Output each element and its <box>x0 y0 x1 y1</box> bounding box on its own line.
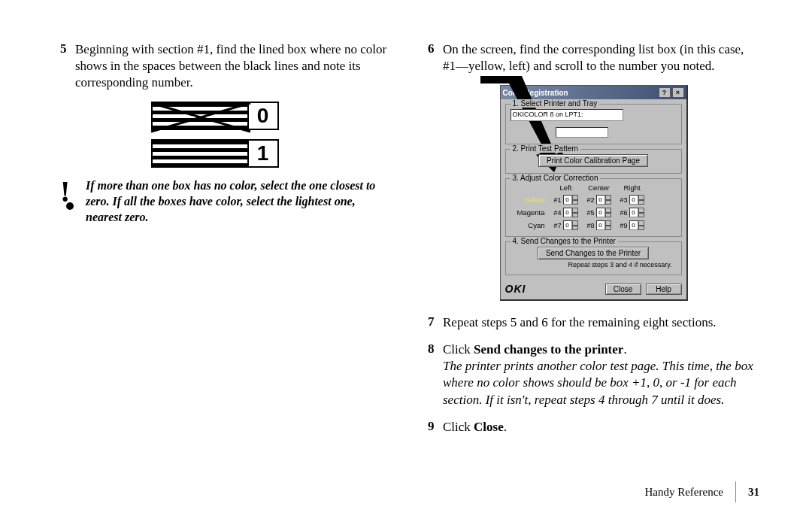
step-text: Click Send changes to the printer. The p… <box>443 341 759 408</box>
spinner-2[interactable]: 0 <box>596 195 611 205</box>
step-text: On the screen, find the corresponding li… <box>443 41 759 74</box>
step-5: 5 Beginning with section #1, find the li… <box>60 41 392 91</box>
step-number: 5 <box>60 41 75 91</box>
cross-out-icon <box>150 100 253 135</box>
dialog-titlebar: Color Registration ? × <box>501 86 686 99</box>
step-6: 6 On the screen, find the corresponding … <box>428 41 759 74</box>
exclamation-icon: ! <box>60 178 81 205</box>
two-column-layout: 5 Beginning with section #1, find the li… <box>60 41 759 446</box>
lined-box-crossed <box>151 102 249 130</box>
print-calibration-button[interactable]: Print Color Calibration Page <box>538 154 648 167</box>
right-column: 6 On the screen, find the corresponding … <box>428 41 759 446</box>
spinner-9[interactable]: 0 <box>629 220 644 230</box>
color-registration-dialog: Color Registration ? × 1. Select Printer… <box>500 85 688 301</box>
step-number: 9 <box>428 419 443 435</box>
step-8-italic: The printer prints another color test pa… <box>443 359 753 406</box>
tray-select[interactable] <box>556 127 608 138</box>
num-box-1: 1 <box>249 139 279 168</box>
svg-line-1 <box>151 103 250 132</box>
left-column: 5 Beginning with section #1, find the li… <box>60 41 392 446</box>
note-text: If more than one box has no color, selec… <box>86 178 392 225</box>
important-note: ! If more than one box has no color, sel… <box>60 178 392 225</box>
help-button[interactable]: Help <box>646 284 682 295</box>
spinner-1[interactable]: 0 <box>563 195 578 205</box>
correction-grid: Left Center Right Yellow #10 #20 #30 Mag… <box>511 184 677 230</box>
titlebar-help-button[interactable]: ? <box>659 87 671 98</box>
step-9: 9 Click Close. <box>428 419 759 435</box>
step-number: 8 <box>428 341 443 408</box>
legend: 2. Print Test Pattern <box>511 144 581 153</box>
section-title: Handy Reference <box>644 486 723 499</box>
lined-box-1-row: 1 <box>151 139 301 168</box>
lined-box-0-row: 0 <box>151 102 301 130</box>
page-number: 31 <box>748 486 759 499</box>
fs-adjust-correction: 3. Adjust Color Correction Left Center R… <box>505 178 682 237</box>
printer-select[interactable]: OKICOLOR 8 on LPT1: <box>511 109 623 121</box>
fs-select-printer: 1. Select Printer and Tray OKICOLOR 8 on… <box>505 104 682 144</box>
step-text: Click Close. <box>443 419 507 435</box>
footer-divider <box>735 481 736 502</box>
step-text: Beginning with section #1, find the line… <box>75 41 392 91</box>
repeat-hint: Repeat steps 3 and 4 if necessary. <box>511 259 677 269</box>
fs-send-changes: 4. Send Changes to the Printer Send Chan… <box>505 241 682 275</box>
step-7: 7 Repeat steps 5 and 6 for the remaining… <box>428 314 759 331</box>
dialog-footer: OKI Close Help <box>501 280 686 299</box>
close-button[interactable]: Close <box>605 284 641 295</box>
col-center: Center <box>583 184 616 192</box>
legend: 3. Adjust Color Correction <box>511 174 601 182</box>
spinner-6[interactable]: 0 <box>629 208 644 217</box>
step-number: 6 <box>428 41 443 74</box>
legend: 1. Select Printer and Tray <box>511 99 600 108</box>
lined-box <box>151 139 249 168</box>
page: 5 Beginning with section #1, find the li… <box>0 0 812 525</box>
page-footer: Handy Reference 31 <box>644 481 759 502</box>
row-yellow: Yellow <box>511 196 550 204</box>
col-right: Right <box>616 184 649 192</box>
dialog-title: Color Registration <box>503 89 657 97</box>
legend: 4. Send Changes to the Printer <box>511 237 618 245</box>
col-left: Left <box>550 184 583 192</box>
step-text: Repeat steps 5 and 6 for the remaining e… <box>443 314 717 331</box>
step-8: 8 Click Send changes to the printer. The… <box>428 341 759 408</box>
spinner-4[interactable]: 0 <box>563 208 578 217</box>
row-magenta: Magenta <box>511 208 550 217</box>
spinner-8[interactable]: 0 <box>596 220 611 230</box>
titlebar-close-button[interactable]: × <box>672 87 684 98</box>
fs-print-test: 2. Print Test Pattern Print Color Calibr… <box>505 149 682 174</box>
oki-logo: OKI <box>505 283 526 295</box>
step-number: 7 <box>428 314 443 331</box>
num-box-0: 0 <box>249 102 279 130</box>
spinner-5[interactable]: 0 <box>596 208 611 217</box>
row-cyan: Cyan <box>511 221 550 229</box>
spinner-7[interactable]: 0 <box>563 220 578 230</box>
svg-line-0 <box>151 103 250 132</box>
dialog-window: Color Registration ? × 1. Select Printer… <box>500 85 688 301</box>
send-changes-button[interactable]: Send Changes to the Printer <box>538 247 649 259</box>
spinner-3[interactable]: 0 <box>629 195 644 205</box>
lined-box-figure: 0 1 <box>151 102 301 168</box>
